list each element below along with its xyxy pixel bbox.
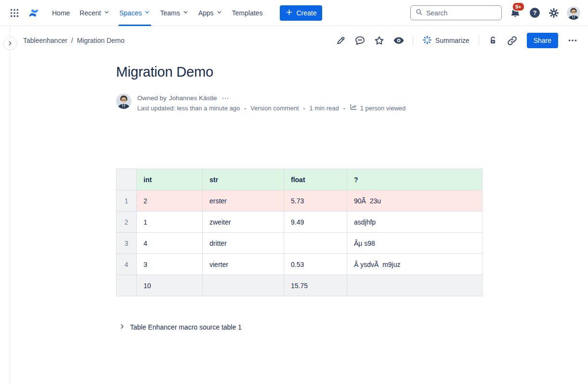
migration-table: int str float ? 1 2 erster 5.73 90Ã 23u …	[116, 169, 483, 296]
table-cell: Âµ s98	[347, 233, 483, 254]
table-cell: 2	[137, 190, 203, 212]
summarize-button[interactable]: Summarize	[419, 33, 472, 48]
row-number-header	[117, 169, 137, 190]
table-cell: asdjhfp	[347, 212, 483, 233]
watch-eye-icon[interactable]	[391, 33, 406, 48]
notification-count-badge: 9+	[512, 2, 525, 12]
edit-pencil-icon[interactable]	[333, 33, 349, 48]
page-title: Migration Demo	[116, 63, 482, 80]
version-comment-text[interactable]: Version comment	[250, 104, 299, 113]
table-footer-cell: 10	[137, 275, 203, 296]
copy-link-icon[interactable]	[505, 33, 520, 48]
nav-item-teams[interactable]: Teams	[155, 0, 193, 26]
nav-item-apps[interactable]: Apps	[194, 0, 227, 26]
table-cell: 90Ã 23u	[347, 190, 483, 212]
unlock-icon[interactable]	[485, 33, 501, 48]
search-icon	[415, 8, 423, 18]
row-number	[117, 275, 137, 296]
table-cell	[284, 233, 347, 254]
app-switcher-icon[interactable]	[7, 5, 22, 21]
confluence-logo-icon[interactable]	[25, 5, 42, 21]
last-updated-text[interactable]: Last updated: less than a minute ago	[137, 104, 240, 113]
owned-by-prefix: Owned by	[137, 93, 167, 103]
table-footer-cell	[203, 275, 284, 296]
toolbar-divider	[413, 35, 413, 46]
comment-icon[interactable]	[353, 33, 368, 48]
table-row: 1 2 erster 5.73 90Ã 23u	[117, 190, 483, 212]
page-actions: Summarize Share	[333, 33, 580, 48]
source-table-expander[interactable]: Table Enhancer macro source table 1	[116, 323, 242, 331]
help-icon[interactable]: ?	[529, 7, 541, 19]
search-input[interactable]	[426, 9, 497, 17]
breadcrumb-space-link[interactable]: Tableenhancer	[23, 37, 67, 44]
table-cell: zweiter	[203, 212, 284, 233]
column-header: ?	[347, 169, 483, 190]
notifications-bell-icon[interactable]: 9+	[509, 7, 522, 19]
search-box[interactable]	[410, 5, 502, 20]
row-number: 4	[117, 254, 137, 275]
meta-separator	[303, 104, 305, 113]
breadcrumb-page[interactable]: Migration Demo	[77, 37, 125, 44]
breadcrumb-separator: /	[71, 37, 73, 44]
nav-item-recent[interactable]: Recent	[75, 0, 114, 26]
toolbar-divider	[479, 35, 479, 46]
sidebar-rail	[10, 26, 10, 385]
nav-item-spaces[interactable]: Spaces	[115, 0, 156, 26]
page-meta-line: Last updated: less than a minute ago Ver…	[137, 103, 405, 114]
owner-name-link[interactable]: Johannes Kästle	[169, 93, 217, 103]
row-number: 2	[117, 212, 137, 233]
chevron-down-icon	[183, 9, 189, 17]
table-cell: 5.73	[284, 190, 347, 212]
meta-separator	[343, 104, 345, 113]
table-cell: 4	[137, 233, 203, 254]
chevron-down-icon	[216, 9, 222, 17]
owner-avatar[interactable]	[116, 93, 131, 109]
table-cell: 9.49	[284, 212, 347, 233]
chevron-down-icon	[104, 9, 110, 17]
chevron-down-icon	[144, 9, 150, 17]
create-button[interactable]: Create	[280, 5, 322, 21]
analytics-graph-icon	[350, 103, 357, 114]
row-number: 1	[117, 190, 137, 212]
top-nav-left: Home Recent Spaces Teams Apps	[7, 0, 410, 26]
star-icon[interactable]	[372, 33, 387, 48]
nav-item-home[interactable]: Home	[47, 0, 75, 26]
top-navigation: Home Recent Spaces Teams Apps	[0, 0, 588, 26]
column-header: float	[284, 169, 347, 190]
user-avatar[interactable]	[567, 6, 580, 20]
meta-separator	[244, 104, 246, 113]
plus-icon	[286, 9, 293, 17]
row-number: 3	[117, 233, 137, 254]
table-header-row: int str float ?	[117, 169, 483, 190]
ai-sparkle-icon	[422, 35, 432, 46]
share-button[interactable]: Share	[527, 33, 558, 48]
svg-text:?: ?	[533, 9, 537, 16]
table-row: 2 1 zweiter 9.49 asdjhfp	[117, 212, 483, 233]
table-cell: Â ysdvÃ m9juz	[347, 254, 483, 275]
column-header: int	[137, 169, 203, 190]
top-nav-right: 9+ ?	[410, 5, 580, 20]
table-footer-cell: 15.75	[284, 275, 347, 296]
table-footer-cell	[347, 275, 483, 296]
column-header: str	[203, 169, 284, 190]
table-cell: dritter	[203, 233, 284, 254]
table-row: 3 4 dritter Âµ s98	[117, 233, 483, 254]
table-row: 4 3 vierter 0.53 Â ysdvÃ m9juz	[117, 254, 483, 275]
table-cell: vierter	[203, 254, 284, 275]
page-content: Migration Demo Owned by Johan	[116, 63, 482, 331]
table-cell: 0.53	[284, 254, 347, 275]
more-actions-icon[interactable]	[565, 33, 580, 48]
byline: Owned by Johannes Kästle Last updated: l…	[116, 93, 482, 114]
owned-by-line: Owned by Johannes Kästle	[137, 93, 405, 103]
breadcrumb: Tableenhancer / Migration Demo	[23, 37, 125, 44]
table-cell: erster	[203, 190, 284, 212]
table-footer-row: 10 15.75	[117, 275, 483, 296]
nav-item-templates[interactable]: Templates	[227, 0, 268, 26]
sidebar-expand-button[interactable]	[3, 37, 17, 50]
settings-gear-icon[interactable]	[548, 7, 560, 19]
chevron-right-icon	[119, 323, 125, 331]
byline-more-icon[interactable]	[222, 95, 229, 102]
people-viewed[interactable]: 1 person viewed	[350, 103, 406, 114]
table-cell: 3	[137, 254, 203, 275]
read-time-text: 1 min read	[309, 104, 339, 113]
